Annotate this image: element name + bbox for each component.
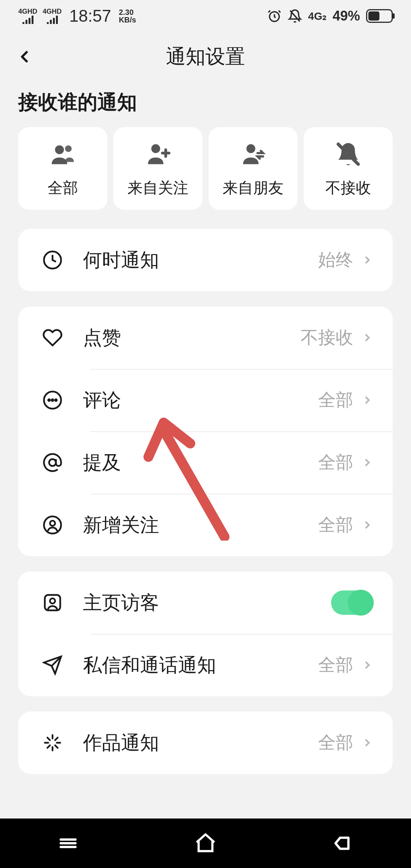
row-when-value: 始终	[318, 248, 353, 272]
heart-icon	[37, 327, 68, 348]
at-icon	[37, 452, 68, 473]
chevron-right-icon	[361, 394, 374, 407]
visitor-toggle[interactable]	[331, 590, 374, 615]
group-timing: 何时通知 始终	[18, 229, 393, 291]
row-new-follow-value: 全部	[318, 513, 353, 537]
row-comment-label: 评论	[83, 388, 318, 413]
row-like-value: 不接收	[301, 326, 353, 349]
svg-point-4	[247, 144, 255, 153]
back-button[interactable]	[15, 48, 33, 66]
clock-icon	[37, 250, 68, 270]
filter-friends[interactable]: 来自朋友	[209, 127, 298, 210]
section-title-receive: 接收谁的通知	[0, 85, 411, 127]
signal-bars-icon	[47, 16, 58, 24]
filter-row: 全部 来自关注 来自朋友 不接收	[0, 127, 411, 229]
filter-none-label: 不接收	[325, 177, 371, 198]
filter-none[interactable]: 不接收	[304, 127, 393, 210]
send-icon	[37, 655, 68, 675]
status-bar: 4GHD 4GHD 18:57 2.30 KB/s 4G₂ 49%	[0, 0, 411, 32]
network-speed: 2.30 KB/s	[119, 8, 136, 24]
row-comment[interactable]: 评论 全部	[18, 369, 393, 431]
person-swap-icon	[240, 141, 266, 168]
nav-back-button[interactable]	[332, 832, 354, 854]
status-right: 4G₂ 49%	[267, 8, 393, 24]
chevron-right-icon	[361, 456, 374, 469]
svg-point-11	[49, 459, 56, 466]
row-when-notify[interactable]: 何时通知 始终	[18, 229, 393, 291]
chevron-right-icon	[361, 331, 374, 344]
signal-1-label: 4GHD	[18, 8, 37, 15]
comment-icon	[37, 390, 68, 410]
row-works-value: 全部	[318, 731, 353, 755]
svg-point-9	[52, 399, 54, 401]
svg-point-1	[55, 145, 64, 154]
svg-point-2	[65, 145, 72, 152]
row-like[interactable]: 点赞 不接收	[18, 306, 393, 369]
chevron-right-icon	[361, 519, 374, 531]
battery-percent: 49%	[333, 8, 360, 24]
row-works-label: 作品通知	[83, 730, 318, 756]
row-visitor[interactable]: 主页访客	[18, 571, 393, 634]
row-mention[interactable]: 提及 全部	[18, 431, 393, 494]
group-works: 作品通知 全部	[18, 712, 393, 774]
row-mention-label: 提及	[83, 450, 318, 475]
speed-value: 2.30	[119, 8, 136, 16]
row-when-label: 何时通知	[83, 247, 318, 273]
user-circle-icon	[37, 515, 68, 535]
svg-point-10	[55, 399, 57, 401]
battery-icon	[366, 9, 393, 23]
network-type: 4G₂	[308, 10, 327, 22]
row-dm-value: 全部	[318, 653, 353, 677]
group-social: 主页访客 私信和通话通知 全部	[18, 571, 393, 696]
row-dm-label: 私信和通话通知	[83, 653, 318, 678]
signal-bars-icon	[22, 16, 33, 24]
mute-icon	[288, 9, 302, 23]
system-navbar	[0, 819, 411, 868]
page-title: 通知设置	[166, 43, 245, 70]
row-like-label: 点赞	[83, 325, 301, 351]
row-new-follow-label: 新增关注	[83, 512, 318, 538]
signal-2: 4GHD	[43, 8, 62, 24]
nav-recent-button[interactable]	[57, 832, 79, 854]
row-visitor-label: 主页访客	[83, 590, 331, 616]
svg-point-13	[50, 521, 55, 526]
svg-point-8	[48, 399, 50, 401]
chevron-right-icon	[361, 736, 374, 749]
row-new-follow[interactable]: 新增关注 全部	[18, 494, 393, 556]
row-dm[interactable]: 私信和通话通知 全部	[18, 634, 393, 696]
chevron-right-icon	[361, 254, 374, 266]
clock: 18:57	[69, 6, 111, 26]
row-comment-value: 全部	[318, 388, 353, 412]
person-plus-icon	[145, 141, 171, 168]
alarm-icon	[267, 9, 282, 23]
filter-all[interactable]: 全部	[18, 127, 107, 210]
speed-unit: KB/s	[119, 16, 136, 24]
svg-point-3	[151, 144, 160, 153]
filter-friends-label: 来自朋友	[223, 177, 284, 198]
chevron-right-icon	[361, 659, 374, 672]
signal-1: 4GHD	[18, 8, 37, 24]
header: 通知设置	[0, 32, 411, 85]
svg-point-15	[50, 598, 55, 604]
people-icon	[49, 141, 76, 168]
filter-following-label: 来自关注	[127, 177, 188, 198]
profile-square-icon	[37, 592, 68, 613]
filter-following[interactable]: 来自关注	[113, 127, 202, 210]
nav-home-button[interactable]	[194, 831, 217, 855]
bell-off-icon	[335, 141, 362, 168]
filter-all-label: 全部	[48, 177, 78, 198]
row-works[interactable]: 作品通知 全部	[18, 712, 393, 774]
sparkle-icon	[37, 732, 68, 753]
signal-2-label: 4GHD	[43, 8, 62, 15]
group-interactions: 点赞 不接收 评论 全部 提及 全部 新增关注 全部	[18, 306, 393, 556]
status-left: 4GHD 4GHD 18:57 2.30 KB/s	[18, 6, 136, 26]
row-mention-value: 全部	[318, 451, 353, 474]
